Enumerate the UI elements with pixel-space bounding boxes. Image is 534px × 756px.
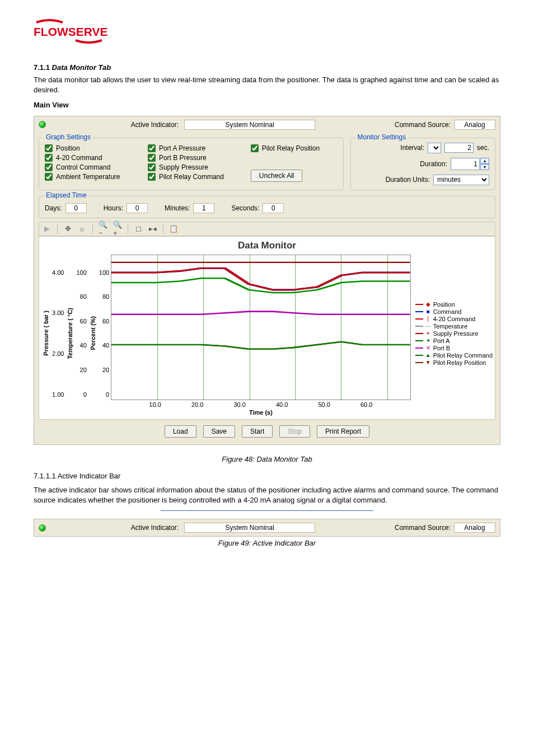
port-b-checkbox[interactable]: Port B Pressure [148, 154, 244, 162]
section-heading: 7.1.1 Data Monitor Tab [34, 63, 500, 72]
temp-tick: 80 [76, 293, 86, 300]
load-button[interactable]: Load [165, 425, 196, 438]
active-indicator-value: System Nominal [184, 120, 315, 130]
chart-legend: ◆Position ■Command |4-20 Command —Temper… [415, 300, 493, 367]
temp-tick: 40 [76, 342, 86, 349]
x-tick: 10.0 [149, 401, 161, 408]
420-command-checkbox[interactable]: 4-20 Command [45, 154, 141, 162]
chart-svg [111, 255, 410, 400]
x-tick: 60.0 [360, 401, 372, 408]
command-source-label: Command Source: [395, 524, 451, 532]
duration-units-select[interactable]: minutes [433, 175, 489, 185]
pressure-tick: 1.00 [52, 391, 64, 398]
save-button[interactable]: Save [203, 425, 235, 438]
data-monitor-panel: Active Indicator: System Nominal Command… [34, 116, 500, 445]
elapsed-time-title: Elapsed Time [44, 191, 89, 199]
interval-select[interactable] [428, 143, 441, 153]
x-tick: 40.0 [276, 401, 288, 408]
command-source-label: Command Source: [395, 121, 451, 129]
active-indicator-label: Active Indicator: [131, 121, 179, 129]
days-label: Days: [45, 204, 62, 212]
brand-logo: FLOWSERVE [34, 17, 500, 46]
uncheck-all-button[interactable]: Uncheck All [251, 170, 303, 182]
x-tick: 50.0 [318, 401, 330, 408]
hours-value: 0 [127, 203, 148, 213]
percent-tick: 0 [99, 391, 109, 398]
active-indicator-bar: Active Indicator: System Nominal Command… [34, 519, 500, 537]
temp-tick: 60 [76, 318, 86, 325]
crop-icon[interactable]: ◻ [134, 224, 143, 233]
duration-label: Duration: [420, 160, 447, 168]
zoom-box-icon[interactable]: ⌕ [78, 224, 87, 233]
hours-label: Hours: [104, 204, 123, 212]
status-dot-icon [39, 121, 46, 128]
command-source-value: Analog [454, 120, 495, 130]
minutes-value: 1 [193, 203, 214, 213]
control-command-checkbox[interactable]: Control Command [45, 163, 141, 171]
cursor-icon[interactable]: ▸◂ [148, 224, 157, 233]
chart-toolbar: ▶ ✥ ⌕ 🔍− 🔍+ ◻ ▸◂ 📋 [39, 222, 495, 236]
percent-tick: 80 [99, 293, 109, 300]
ambient-temp-checkbox[interactable]: Ambient Temperature [45, 173, 141, 181]
graph-settings-title: Graph Settings [44, 133, 93, 141]
start-button[interactable]: Start [242, 425, 273, 438]
percent-tick: 40 [99, 342, 109, 349]
pressure-tick: 3.00 [52, 309, 64, 316]
status-dot-icon [39, 524, 46, 532]
svg-text:FLOWSERVE: FLOWSERVE [34, 25, 108, 38]
percent-tick: 20 [99, 367, 109, 373]
pressure-tick: 2.00 [52, 350, 64, 357]
duration-up-icon[interactable]: ▲ [480, 158, 489, 164]
legend-item: Pilot Relay Command [433, 352, 493, 359]
figure-caption: Figure 48: Data Monitor Tab [34, 455, 500, 463]
percent-tick: 60 [99, 318, 109, 325]
plot-area[interactable] [111, 255, 410, 400]
pan-icon[interactable]: ✥ [63, 224, 72, 233]
legend-item: Port A [433, 337, 450, 344]
duration-down-icon[interactable]: ▼ [480, 164, 489, 170]
temp-tick: 20 [76, 367, 86, 373]
pilot-relay-cmd-checkbox[interactable]: Pilot Relay Command [148, 173, 244, 181]
pilot-relay-pos-checkbox[interactable]: Pilot Relay Position [251, 144, 338, 152]
figure-caption: Figure 49: Active Indicator Bar [34, 539, 500, 547]
minutes-label: Minutes: [165, 204, 190, 212]
legend-item: Command [433, 308, 462, 315]
divider [161, 510, 373, 511]
play-icon[interactable]: ▶ [43, 224, 51, 233]
x-tick: 20.0 [191, 401, 203, 408]
monitor-settings-title: Monitor Settings [355, 133, 409, 141]
zoom-out-icon[interactable]: 🔍− [99, 224, 107, 233]
copy-icon[interactable]: 📋 [169, 224, 178, 233]
y-axis-percent-label: Percent (%) [88, 316, 97, 350]
stop-button[interactable]: Stop [279, 425, 310, 438]
port-a-checkbox[interactable]: Port A Pressure [148, 144, 244, 152]
legend-item: Temperature [433, 323, 468, 330]
y-axis-pressure-label: Pressure ( bar ) [41, 311, 50, 356]
zoom-in-icon[interactable]: 🔍+ [113, 224, 122, 233]
days-value: 0 [65, 203, 87, 213]
y-axis-temp-label: Temperature ( °C) [65, 308, 74, 359]
temp-tick: 0 [76, 391, 86, 398]
interval-unit: sec. [477, 144, 489, 152]
subsection-text: The active indicator bar shows critical … [34, 485, 500, 505]
interval-input[interactable] [444, 143, 474, 153]
subsection-heading: 7.1.1.1 Active Indicator Bar [34, 471, 500, 481]
percent-tick: 100 [99, 269, 109, 276]
seconds-label: Seconds: [231, 204, 259, 212]
x-axis-label: Time (s) [111, 409, 410, 416]
position-checkbox[interactable]: Position [45, 144, 141, 152]
duration-units-label: Duration Units: [386, 176, 430, 184]
chart-title: Data Monitor [41, 240, 493, 251]
print-report-button[interactable]: Print Report [317, 425, 369, 438]
pressure-tick: 4.00 [52, 269, 64, 276]
preview-heading: Main View [34, 100, 500, 110]
duration-input[interactable] [451, 158, 480, 170]
legend-item: Position [433, 301, 455, 308]
section-text: The data monitor tab allows the user to … [34, 75, 500, 95]
interval-label: Interval: [400, 144, 424, 152]
supply-pressure-checkbox[interactable]: Supply Pressure [148, 163, 244, 171]
temp-tick: 100 [76, 269, 86, 276]
active-indicator-value: System Nominal [184, 523, 315, 533]
seconds-value: 0 [263, 203, 284, 213]
legend-item: Port B [433, 345, 451, 351]
